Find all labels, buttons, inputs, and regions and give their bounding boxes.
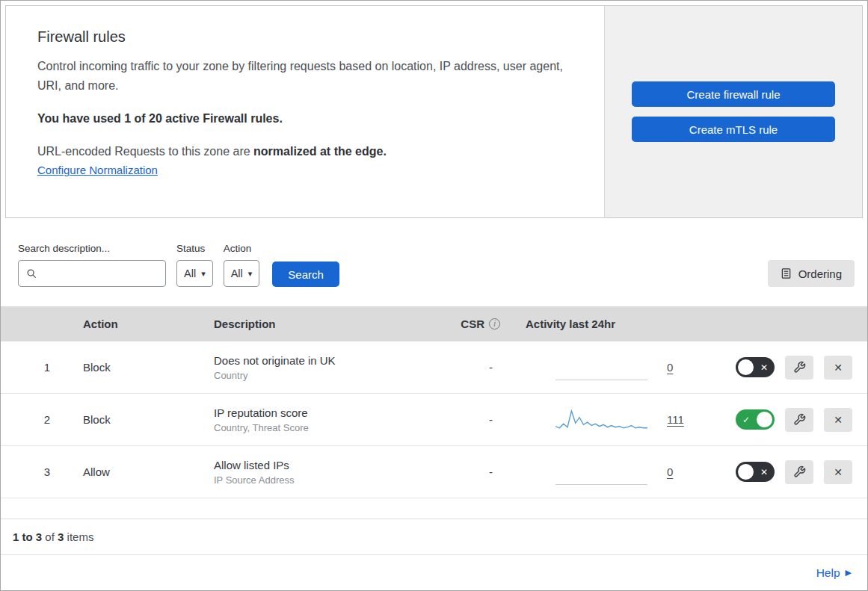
table-row: 2 Block IP reputation score Country, Thr… (1, 394, 867, 446)
table-header: Action Description CSR i Activity last 2… (1, 306, 867, 341)
status-field: Status All ▾ (176, 243, 213, 287)
page-description: Control incoming traffic to your zone by… (37, 57, 577, 95)
status-label: Status (176, 243, 213, 254)
header-action: Action (76, 318, 206, 330)
activity-cell: 0 (517, 355, 704, 380)
delete-rule-button[interactable]: ✕ (824, 408, 852, 432)
row-controls: ✓ ✕ ✕ (704, 408, 867, 432)
status-dropdown[interactable]: All ▾ (176, 260, 213, 287)
close-icon: ✕ (834, 466, 843, 478)
activity-cell: 0 (517, 460, 704, 485)
normalization-text: URL-encoded Requests to this zone are (37, 145, 253, 158)
activity-cell: 111 (517, 407, 704, 433)
ordering-button-label: Ordering (798, 267, 842, 280)
info-icon[interactable]: i (489, 318, 500, 329)
edit-rule-button[interactable] (785, 460, 813, 484)
rule-description-cell: IP reputation score Country, Threat Scor… (206, 406, 446, 433)
items-word: items (64, 530, 93, 543)
activity-count-link[interactable]: 0 (667, 465, 673, 478)
rule-action: Allow (76, 465, 206, 478)
header-csr-label: CSR (461, 318, 484, 330)
table-end-gap (1, 498, 867, 519)
rule-fields: IP Source Address (214, 474, 446, 486)
activity-count-link[interactable]: 0 (667, 361, 673, 374)
row-number: 2 (1, 413, 76, 426)
firewall-rules-page: Firewall rules Control incoming traffic … (0, 0, 868, 591)
items-count-footer: 1 to 3 of 3 items (1, 519, 867, 555)
intro-card: Firewall rules Control incoming traffic … (5, 5, 863, 218)
intro-content: Firewall rules Control incoming traffic … (6, 6, 604, 217)
csr-value: - (489, 361, 517, 374)
search-input[interactable] (42, 267, 158, 279)
usage-note: You have used 1 of 20 active Firewall ru… (37, 112, 577, 126)
search-button[interactable]: Search (272, 262, 339, 287)
wrench-icon (793, 361, 806, 374)
activity-sparkline (555, 460, 647, 485)
rule-description: Does not originate in UK (214, 354, 446, 367)
chevron-down-icon: ▾ (201, 270, 206, 278)
chevron-down-icon: ▾ (248, 270, 253, 278)
search-icon (26, 268, 37, 279)
header-csr: CSR i (461, 318, 517, 330)
normalization-note: URL-encoded Requests to this zone are no… (37, 145, 577, 158)
close-icon: ✕ (834, 414, 843, 426)
action-field: Action All ▾ (224, 243, 260, 287)
row-controls: ✓ ✕ ✕ (704, 460, 867, 484)
rule-action: Block (76, 361, 206, 374)
close-icon: ✕ (834, 362, 843, 374)
help-link[interactable]: Help ▶ (816, 566, 852, 580)
edit-rule-button[interactable] (785, 408, 813, 432)
close-icon: ✕ (760, 363, 768, 372)
wrench-icon (793, 413, 806, 426)
create-firewall-rule-button[interactable]: Create firewall rule (632, 81, 835, 107)
row-controls: ✓ ✕ ✕ (704, 356, 867, 380)
help-bar: Help ▶ (1, 555, 867, 590)
rule-description: Allow listed IPs (214, 459, 446, 471)
wrench-icon (793, 465, 806, 478)
ordering-button[interactable]: Ordering (768, 260, 855, 287)
csr-value: - (489, 413, 517, 426)
action-dropdown[interactable]: All ▾ (224, 260, 260, 287)
check-icon: ✓ (742, 415, 750, 424)
search-field: Search description... (18, 243, 166, 287)
create-mtls-rule-button[interactable]: Create mTLS rule (632, 117, 835, 142)
ordering-list-icon (781, 267, 792, 279)
rule-fields: Country (214, 370, 446, 381)
edit-rule-button[interactable] (785, 356, 813, 380)
toggle-knob (738, 464, 754, 480)
action-dropdown-value: All (231, 267, 243, 279)
activity-count-link[interactable]: 111 (667, 413, 684, 426)
status-dropdown-value: All (184, 267, 196, 279)
toggle-knob (738, 359, 754, 375)
filter-bar: Search description... Status All ▾ Actio… (1, 218, 867, 306)
table-row: 1 Block Does not originate in UK Country… (1, 341, 867, 394)
rule-description-cell: Does not originate in UK Country (206, 354, 446, 381)
activity-sparkline (555, 355, 647, 380)
action-label: Action (224, 243, 260, 254)
rule-fields: Country, Threat Score (214, 422, 446, 433)
activity-sparkline (555, 407, 647, 433)
rule-description-cell: Allow listed IPs IP Source Address (206, 459, 446, 486)
rule-enabled-toggle[interactable]: ✓ ✕ (736, 357, 775, 377)
search-box[interactable] (18, 260, 166, 287)
rule-enabled-toggle[interactable]: ✓ ✕ (736, 462, 775, 482)
configure-normalization-link[interactable]: Configure Normalization (37, 164, 158, 176)
search-label: Search description... (18, 243, 166, 254)
page-title: Firewall rules (37, 28, 577, 46)
delete-rule-button[interactable]: ✕ (824, 356, 852, 380)
row-number: 1 (1, 361, 76, 374)
table-row: 3 Allow Allow listed IPs IP Source Addre… (1, 446, 867, 498)
row-number: 3 (1, 465, 76, 478)
close-icon: ✕ (760, 468, 768, 477)
normalization-bold-text: normalized at the edge. (253, 145, 387, 158)
items-of-word: of (42, 530, 58, 543)
csr-value: - (489, 465, 517, 478)
items-range: 1 to 3 (13, 530, 42, 543)
delete-rule-button[interactable]: ✕ (824, 460, 852, 484)
intro-actions-panel: Create firewall rule Create mTLS rule (604, 6, 862, 217)
header-description: Description (206, 318, 446, 330)
help-link-label: Help (816, 566, 840, 580)
help-arrow-icon: ▶ (846, 569, 852, 577)
rule-enabled-toggle[interactable]: ✓ ✕ (736, 409, 775, 430)
header-activity: Activity last 24hr (517, 318, 704, 330)
